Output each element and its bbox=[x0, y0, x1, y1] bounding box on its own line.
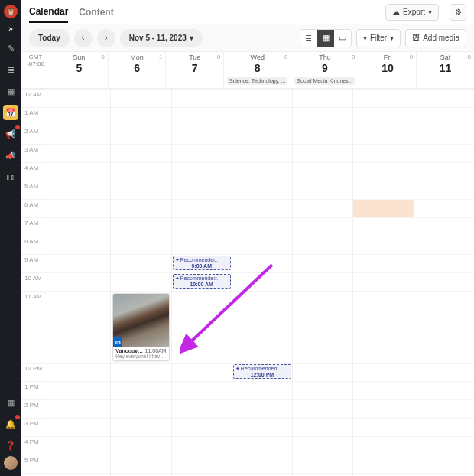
time-cell[interactable] bbox=[293, 162, 352, 181]
time-cell[interactable] bbox=[353, 436, 413, 455]
time-cell[interactable] bbox=[50, 272, 110, 291]
time-cell[interactable] bbox=[414, 399, 474, 418]
time-cell[interactable] bbox=[111, 363, 170, 381]
time-cell[interactable] bbox=[111, 126, 170, 144]
time-cell[interactable] bbox=[111, 181, 170, 199]
time-cell[interactable] bbox=[353, 455, 413, 473]
time-cell[interactable] bbox=[111, 199, 170, 217]
time-cell[interactable] bbox=[353, 89, 413, 107]
time-cell[interactable] bbox=[414, 107, 474, 126]
time-cell[interactable] bbox=[293, 144, 352, 162]
time-cell[interactable] bbox=[172, 291, 232, 363]
time-cell[interactable] bbox=[293, 126, 352, 144]
time-cell[interactable] bbox=[111, 107, 170, 126]
time-cell[interactable] bbox=[232, 399, 292, 418]
time-cell[interactable] bbox=[414, 291, 474, 363]
time-cell[interactable] bbox=[353, 473, 413, 476]
time-cell[interactable] bbox=[50, 363, 110, 381]
recommended-slot[interactable]: ✦Recommended:9:00 AM bbox=[173, 256, 231, 270]
time-cell[interactable] bbox=[414, 272, 474, 291]
view-week-button[interactable]: ▦ bbox=[317, 30, 334, 47]
time-cell[interactable] bbox=[353, 199, 413, 217]
time-cell[interactable] bbox=[111, 455, 170, 473]
filter-button[interactable]: ▾ Filter ▾ bbox=[356, 29, 401, 47]
time-cell[interactable] bbox=[232, 126, 292, 144]
time-cell[interactable] bbox=[414, 162, 474, 181]
time-cell[interactable] bbox=[293, 217, 352, 236]
time-cell[interactable] bbox=[111, 473, 170, 476]
day-header[interactable]: Wed08Science, Technology, ... bbox=[223, 52, 291, 88]
time-cell[interactable] bbox=[111, 418, 170, 436]
next-button[interactable]: › bbox=[97, 29, 115, 47]
time-cell[interactable] bbox=[414, 254, 474, 272]
time-cell[interactable] bbox=[293, 89, 352, 107]
time-cell[interactable] bbox=[232, 272, 292, 291]
time-cell[interactable] bbox=[172, 436, 232, 455]
time-cell[interactable] bbox=[232, 236, 292, 254]
time-cell[interactable] bbox=[353, 291, 413, 363]
time-cell[interactable] bbox=[232, 107, 292, 126]
time-cell[interactable] bbox=[172, 217, 232, 236]
time-cell[interactable] bbox=[172, 181, 232, 199]
time-cell[interactable] bbox=[293, 436, 352, 455]
time-cell[interactable] bbox=[50, 381, 110, 399]
time-cell[interactable] bbox=[353, 418, 413, 436]
rail-notifications-icon[interactable]: 🔔 bbox=[3, 416, 18, 432]
tab-calendar[interactable]: Calendar bbox=[29, 2, 68, 23]
prev-button[interactable]: ‹ bbox=[74, 29, 93, 47]
time-cell[interactable] bbox=[172, 381, 232, 399]
time-cell[interactable] bbox=[414, 89, 474, 107]
time-cell[interactable] bbox=[50, 473, 110, 476]
time-cell[interactable] bbox=[232, 162, 292, 181]
time-cell[interactable] bbox=[293, 363, 352, 381]
time-cell[interactable] bbox=[414, 126, 474, 144]
day-header[interactable]: Sat011 bbox=[416, 52, 474, 88]
time-cell[interactable] bbox=[353, 107, 413, 126]
time-cell[interactable] bbox=[172, 107, 232, 126]
time-cell[interactable]: ✦Recommended:12:00 PM bbox=[232, 363, 292, 381]
time-cell[interactable] bbox=[293, 455, 352, 473]
holiday-chip[interactable]: Social Media Kindnes... bbox=[294, 77, 355, 85]
time-cell[interactable] bbox=[232, 89, 292, 107]
time-cell[interactable] bbox=[293, 254, 352, 272]
time-cell[interactable] bbox=[111, 436, 170, 455]
time-cell[interactable] bbox=[232, 217, 292, 236]
time-cell[interactable] bbox=[50, 254, 110, 272]
time-cell[interactable] bbox=[50, 89, 110, 107]
time-cell[interactable] bbox=[172, 363, 232, 381]
rail-amplify-icon[interactable]: 📣 bbox=[3, 148, 18, 163]
day-header[interactable]: Sun05 bbox=[50, 52, 108, 88]
time-cell[interactable] bbox=[50, 236, 110, 254]
time-cell[interactable] bbox=[232, 254, 292, 272]
time-cell[interactable] bbox=[172, 418, 232, 436]
time-cell[interactable] bbox=[111, 272, 170, 291]
time-cell[interactable] bbox=[50, 455, 110, 473]
time-cell[interactable] bbox=[353, 217, 413, 236]
time-cell[interactable] bbox=[353, 181, 413, 199]
time-cell[interactable] bbox=[414, 181, 474, 199]
time-cell[interactable] bbox=[111, 399, 170, 418]
time-cell[interactable]: in11:00AMVancouver C...Hey everyone! I h… bbox=[111, 291, 170, 363]
time-cell[interactable] bbox=[414, 199, 474, 217]
day-header[interactable]: Tue07 bbox=[165, 52, 223, 88]
time-cell[interactable] bbox=[111, 381, 170, 399]
time-cell[interactable] bbox=[111, 144, 170, 162]
time-cell[interactable] bbox=[50, 181, 110, 199]
time-cell[interactable] bbox=[172, 144, 232, 162]
time-cell[interactable] bbox=[50, 126, 110, 144]
time-cell[interactable] bbox=[232, 291, 292, 363]
time-cell[interactable]: ✦Recommended:9:00 AM bbox=[172, 254, 232, 272]
time-cell[interactable] bbox=[172, 199, 232, 217]
time-cell[interactable] bbox=[414, 363, 474, 381]
calendar-scroll[interactable]: GMT -07:00 Sun05Mon16Tue07Wed08Science, … bbox=[21, 52, 474, 476]
view-list-button[interactable]: ≣ bbox=[300, 30, 317, 47]
time-cell[interactable] bbox=[172, 455, 232, 473]
user-avatar[interactable] bbox=[4, 456, 18, 470]
time-cell[interactable] bbox=[353, 144, 413, 162]
time-cell[interactable] bbox=[293, 107, 352, 126]
time-cell[interactable] bbox=[111, 254, 170, 272]
holiday-chip[interactable]: Science, Technology, ... bbox=[227, 77, 287, 85]
time-cell[interactable] bbox=[353, 381, 413, 399]
tab-content[interactable]: Content bbox=[79, 2, 113, 22]
time-cell[interactable] bbox=[111, 89, 170, 107]
